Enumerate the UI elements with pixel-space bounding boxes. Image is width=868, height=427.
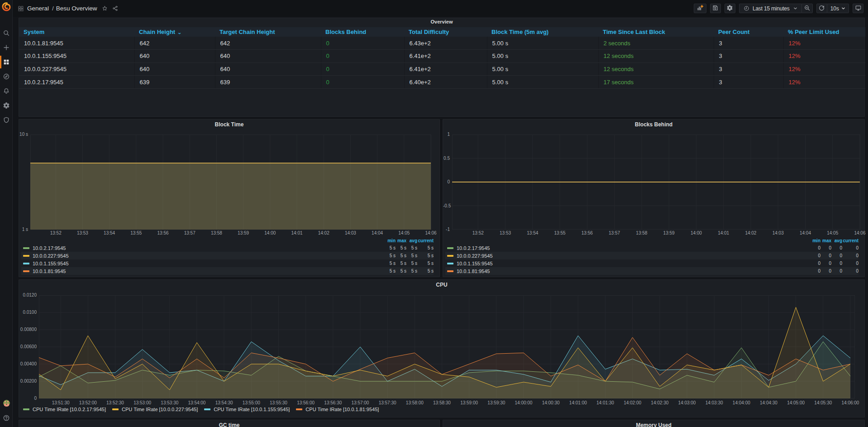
- series-color-swatch[interactable]: [447, 255, 453, 257]
- x-axis-tick-label: 13:56: [573, 230, 601, 235]
- series-color-swatch[interactable]: [23, 270, 29, 272]
- legend-stat-value: 5 s: [385, 261, 396, 266]
- grafana-logo[interactable]: [1, 2, 11, 12]
- series-color-swatch[interactable]: [23, 247, 29, 249]
- series-color-swatch[interactable]: [296, 408, 302, 410]
- legend-header-row: minmaxavgcurrent: [21, 237, 434, 244]
- panel-title-cpu[interactable]: CPU: [19, 280, 864, 290]
- sidebar-item-create[interactable]: [0, 41, 13, 54]
- panel-title-block-time[interactable]: Block Time: [19, 120, 439, 130]
- series-color-swatch[interactable]: [112, 408, 119, 410]
- legend-stat-header-avg[interactable]: avg: [406, 238, 417, 243]
- series-name[interactable]: CPU Time IRate [10.0.2.17:9545]: [33, 407, 106, 412]
- sidebar-item-help[interactable]: [0, 411, 13, 425]
- x-axis-tick-label: 13:55: [123, 230, 150, 235]
- column-header[interactable]: Target Chain Height: [215, 27, 321, 37]
- graph-plot-blocks_behind[interactable]: [452, 134, 860, 230]
- breadcrumb: General / Besu Overview: [18, 5, 118, 12]
- save-icon: [712, 5, 719, 13]
- series-name[interactable]: 10.0.1.155:9545: [33, 261, 69, 266]
- column-header[interactable]: % Peer Limit Used: [783, 27, 865, 37]
- legend-row: 10.0.1.155:95455 s5 s5 s5 s: [21, 259, 434, 267]
- series-color-swatch[interactable]: [447, 263, 453, 264]
- series-color-swatch[interactable]: [447, 270, 453, 272]
- sidebar-item-server-admin[interactable]: [0, 113, 13, 127]
- x-axis-tick-label: 13:52: [464, 230, 491, 235]
- refresh-button[interactable]: [816, 4, 827, 13]
- series-color-swatch[interactable]: [23, 263, 29, 264]
- legend-stat-header-max[interactable]: max: [396, 238, 406, 243]
- panel-title-memory-used[interactable]: Memory Used: [443, 420, 864, 427]
- table-cell: 3: [714, 37, 783, 50]
- panel-title-gc-time[interactable]: GC time: [19, 420, 439, 427]
- legend-stat-header-avg[interactable]: avg: [831, 238, 842, 243]
- legend-stat-value: 5 s: [417, 253, 434, 258]
- panel-title-overview[interactable]: Overview: [19, 18, 864, 25]
- series-name[interactable]: 10.0.0.227:9545: [457, 253, 493, 259]
- series-name[interactable]: CPU Time IRate [10.0.1.81:9545]: [305, 407, 379, 412]
- graph-plot-cpu[interactable]: [39, 295, 855, 398]
- legend-stat-header-current[interactable]: current: [417, 238, 434, 243]
- x-axis-tick-label: 13:58: [628, 230, 655, 235]
- share-dashboard-icon[interactable]: [112, 5, 118, 11]
- zoom-out-button[interactable]: [802, 4, 813, 13]
- legend-stat-value: 5 s: [417, 269, 434, 273]
- panel-title-blocks-behind[interactable]: Blocks Behind: [443, 120, 864, 130]
- column-header[interactable]: System: [19, 27, 134, 37]
- legend-stat-header-max[interactable]: max: [820, 238, 831, 243]
- legend-stat-header-min[interactable]: min: [810, 238, 820, 243]
- breadcrumb-divider: /: [52, 5, 54, 12]
- user-avatar[interactable]: [3, 400, 10, 407]
- series-name[interactable]: CPU Time IRate [10.0.1.155:9545]: [214, 407, 290, 412]
- graph-plot-block_time[interactable]: [30, 134, 431, 230]
- star-dashboard-icon[interactable]: [102, 5, 108, 11]
- x-axis-tick-label: 13:57: [601, 230, 628, 235]
- legend-stat-value: 5 s: [417, 261, 434, 266]
- series-color-swatch[interactable]: [23, 255, 29, 257]
- table-cell: 0: [321, 37, 404, 50]
- series-name[interactable]: 10.0.2.17:9545: [33, 245, 66, 251]
- sidebar-item-alerting[interactable]: [0, 84, 13, 98]
- x-axis-tick-label: 13:54: [519, 230, 546, 235]
- sidebar-item-search[interactable]: [0, 26, 13, 40]
- legend-row: 10.0.0.227:95455 s5 s5 s5 s: [21, 252, 434, 259]
- column-header[interactable]: Peer Count: [714, 27, 783, 37]
- series-name[interactable]: 10.0.2.17:9545: [457, 245, 490, 251]
- table-row: 10.0.0.227:954564064006.41e+25.00 s12 se…: [19, 62, 865, 76]
- dashboard-settings-button[interactable]: [725, 4, 735, 13]
- time-range-picker[interactable]: Last 15 minutes: [739, 4, 802, 13]
- breadcrumb-folder[interactable]: General: [27, 5, 49, 12]
- series-name[interactable]: 10.0.1.155:9545: [457, 261, 493, 266]
- legend-table: minmaxavgcurrent10.0.2.17:95455 s5 s5 s5…: [21, 237, 434, 275]
- overview-table: SystemChain Height⌄Target Chain HeightBl…: [19, 27, 865, 89]
- sidebar-item-explore[interactable]: [0, 70, 13, 83]
- series-name[interactable]: 10.0.1.81:9545: [33, 269, 66, 274]
- legend-stat-header-min[interactable]: min: [385, 238, 396, 243]
- series-color-swatch[interactable]: [204, 408, 210, 410]
- series-color-swatch[interactable]: [23, 408, 29, 410]
- table-cell: 12%: [783, 62, 865, 76]
- add-panel-button[interactable]: [694, 4, 706, 13]
- series-name[interactable]: 10.0.1.81:9545: [457, 269, 490, 274]
- sidebar-item-dashboards[interactable]: [0, 55, 13, 69]
- table-cell: 6.40e+2: [404, 76, 487, 89]
- legend-stat-header-current[interactable]: current: [842, 238, 858, 243]
- column-header[interactable]: Time Since Last Block: [598, 27, 714, 37]
- legend-row: 10.0.1.155:95450000: [445, 259, 858, 267]
- y-axis-tick-label: 0.00800: [19, 327, 37, 332]
- breadcrumb-dashboard[interactable]: Besu Overview: [56, 5, 97, 12]
- column-header[interactable]: Chain Height⌄: [134, 27, 215, 37]
- table-cell: 5.00 s: [487, 37, 598, 50]
- x-axis-tick-label: 14:05:00: [782, 400, 810, 405]
- column-header[interactable]: Blocks Behind: [321, 27, 404, 37]
- save-dashboard-button[interactable]: [710, 4, 721, 13]
- sidebar-item-configuration[interactable]: [0, 99, 13, 112]
- series-name[interactable]: CPU Time IRate [10.0.0.227:9545]: [122, 407, 198, 412]
- cycle-view-mode-button[interactable]: [853, 4, 863, 13]
- column-header[interactable]: Block Time (5m avg): [487, 27, 598, 37]
- column-header[interactable]: Total Difficulty: [404, 27, 487, 37]
- series-color-swatch[interactable]: [447, 247, 453, 249]
- refresh-interval-picker[interactable]: 10s: [827, 4, 849, 13]
- legend-item: CPU Time IRate [10.0.2.17:9545]: [23, 407, 106, 412]
- series-name[interactable]: 10.0.0.227:9545: [33, 253, 69, 259]
